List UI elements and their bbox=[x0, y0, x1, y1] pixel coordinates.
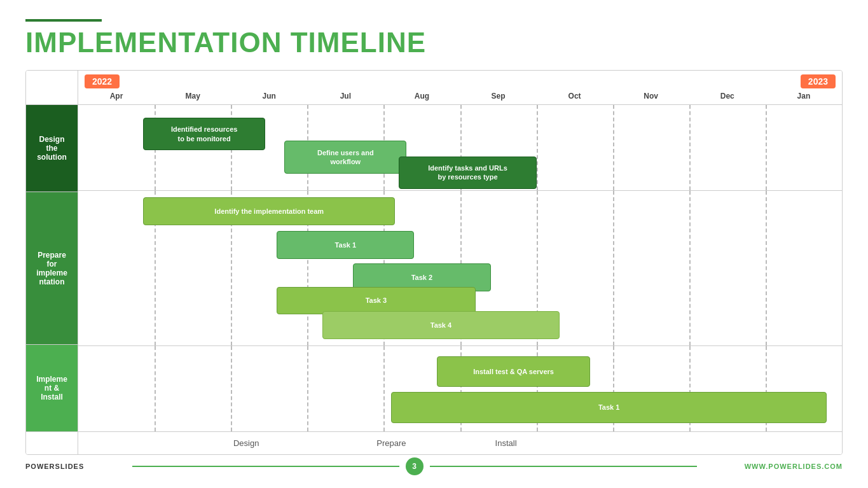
vertical-gridline bbox=[689, 191, 691, 345]
title-part1: IMPLEMENTATION bbox=[25, 27, 291, 58]
vertical-gridline bbox=[383, 346, 385, 431]
gantt-bar: Task 4 bbox=[322, 311, 559, 339]
grid-row-design: Identified resourcesto be monitoredDefin… bbox=[78, 105, 842, 191]
gantt-bar: Identify tasks and URLsby resources type bbox=[399, 157, 536, 189]
gantt-bar: Task 1 bbox=[391, 392, 827, 422]
vertical-gridline bbox=[766, 191, 767, 345]
row-label-design: Designthesolution bbox=[26, 105, 78, 192]
body-area: Designthesolution Prepareforimplementati… bbox=[26, 105, 842, 431]
month-label: Nov bbox=[613, 92, 689, 101]
year-end-badge: 2023 bbox=[801, 74, 836, 88]
gantt-bar: Identify the implementation team bbox=[143, 197, 395, 225]
vertical-gridline bbox=[307, 346, 308, 431]
page-title: IMPLEMENTATION TIMELINE bbox=[25, 27, 843, 59]
gantt-bar: Install test & QA servers bbox=[437, 356, 589, 387]
month-label: May bbox=[155, 92, 231, 101]
phase-label: Install bbox=[495, 438, 517, 448]
vertical-gridline bbox=[689, 105, 691, 190]
phase-labels-inner: DesignPrepareInstall bbox=[78, 432, 842, 454]
slide: IMPLEMENTATION TIMELINE 2022 2023 AprMay… bbox=[0, 0, 868, 488]
month-label: Jan bbox=[766, 92, 842, 101]
row-labels-col: Designthesolution Prepareforimplementati… bbox=[26, 105, 78, 431]
vertical-gridline bbox=[766, 105, 767, 190]
month-label: Jun bbox=[231, 92, 307, 101]
title-part2: TIMELINE bbox=[291, 27, 426, 58]
vertical-gridline bbox=[155, 346, 156, 431]
title-bar bbox=[25, 19, 102, 22]
month-label: Sep bbox=[460, 92, 536, 101]
phase-label: Prepare bbox=[376, 438, 406, 448]
header-row: 2022 2023 AprMayJunJulAugSepOctNovDecJan bbox=[26, 71, 842, 105]
footer-line-left bbox=[132, 466, 399, 467]
gantt-bar: Define users andworkflow bbox=[284, 141, 406, 173]
grid-row-prepare: Identify the implementation teamTask 1Ta… bbox=[78, 191, 842, 345]
gantt-bar: Identified resourcesto be monitored bbox=[143, 118, 265, 150]
vertical-gridline bbox=[613, 105, 614, 190]
grid-area: Identified resourcesto be monitoredDefin… bbox=[78, 105, 842, 431]
month-label: Apr bbox=[78, 92, 155, 101]
row-label-install: Implement &Install bbox=[26, 345, 78, 431]
vertical-gridline bbox=[231, 346, 232, 431]
footer-left: POWERSLIDES bbox=[25, 463, 84, 470]
footer-right: WWW.POWERLIDES.COM bbox=[745, 463, 843, 470]
month-labels: AprMayJunJulAugSepOctNovDecJan bbox=[78, 71, 842, 104]
month-label: Aug bbox=[383, 92, 460, 101]
gantt-bar: Task 3 bbox=[277, 287, 475, 315]
grid-row-install: Install test & QA serversTask 1 bbox=[78, 346, 842, 431]
phase-label: Design bbox=[233, 438, 259, 448]
footer-line-right bbox=[430, 466, 697, 467]
footer: POWERSLIDES 3 WWW.POWERLIDES.COM bbox=[25, 457, 843, 475]
month-label: Dec bbox=[689, 92, 766, 101]
month-label: Oct bbox=[537, 92, 613, 101]
phase-labels: DesignPrepareInstall bbox=[26, 431, 842, 454]
title-area: IMPLEMENTATION TIMELINE bbox=[25, 19, 843, 59]
gantt-bar: Task 1 bbox=[277, 231, 414, 259]
phase-label-spacer bbox=[26, 432, 78, 454]
row-label-prepare: Prepareforimplementation bbox=[26, 192, 78, 345]
header-label-spacer bbox=[26, 71, 78, 104]
footer-page: 3 bbox=[406, 457, 424, 475]
month-label: Jul bbox=[307, 92, 383, 101]
chart-container: 2022 2023 AprMayJunJulAugSepOctNovDecJan… bbox=[25, 70, 843, 455]
months-header: 2022 2023 AprMayJunJulAugSepOctNovDecJan bbox=[78, 71, 842, 104]
year-start-badge: 2022 bbox=[85, 74, 120, 88]
vertical-gridline bbox=[613, 191, 614, 345]
vertical-gridline bbox=[537, 105, 538, 190]
